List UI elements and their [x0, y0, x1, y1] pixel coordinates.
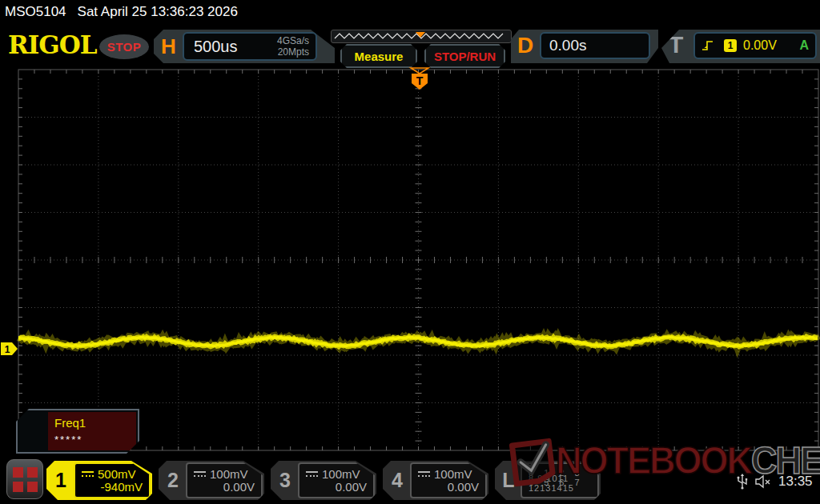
usb-icon [737, 474, 748, 490]
measurement-result-box[interactable]: Freq1 ***** [16, 409, 139, 454]
channel-1-button[interactable]: 1 500mV -940mV [46, 461, 152, 500]
channel-2-offset: 0.00V [223, 480, 255, 494]
oscilloscope-screen: MSO5104 Sat April 25 13:36:23 2026 RIGOL… [0, 0, 820, 504]
clock: 13:35 [778, 474, 813, 490]
channel-4-scale: 100mV [434, 467, 472, 481]
channel-4-button[interactable]: 4 100mV 0.00V [383, 461, 488, 500]
svg-text:T: T [416, 74, 424, 87]
channel-1-level-marker[interactable]: 1 [1, 342, 18, 355]
channel-4-offset: 0.00V [448, 480, 479, 494]
channel-status-bar: 1 500mV -940mV 2 100mV 0.00V 3 100mV 0.0… [0, 456, 820, 504]
channel-2-button[interactable]: 2 100mV 0.00V [159, 461, 264, 500]
measurement-inner: Freq1 ***** [48, 412, 136, 450]
quick-menu-button[interactable] [6, 459, 43, 499]
logic-analyzer-button[interactable]: L 0 1 2 3 4 5 6 7 8 9 1011 12131415 [495, 461, 601, 500]
channel-1-number: 1 [46, 461, 75, 500]
measurement-name: Freq1 [54, 416, 86, 430]
dc-coupling-icon [418, 471, 430, 477]
channel-3-number: 3 [271, 461, 299, 500]
system-tray: 13:35 [737, 474, 813, 490]
dc-coupling-icon [306, 471, 318, 477]
speaker-mute-icon[interactable] [754, 474, 772, 489]
channel-3-offset: 0.00V [336, 480, 367, 494]
channel-4-number: 4 [383, 461, 412, 500]
channel-2-box: 100mV 0.00V [186, 462, 263, 498]
dc-coupling-icon [82, 471, 94, 477]
trigger-position-marker[interactable]: T [411, 68, 428, 90]
channel-2-scale: 100mV [210, 467, 248, 481]
la-label: L [495, 461, 522, 500]
la-digits-8-15: 8 9 1011 12131415 [529, 474, 597, 493]
channel-4-box: 100mV 0.00V [410, 462, 487, 498]
channel-1-box: 500mV -940mV [74, 462, 151, 498]
channel-1-offset: -940mV [100, 480, 143, 494]
channel-2-number: 2 [159, 461, 187, 500]
channel-1-scale: 500mV [98, 467, 136, 481]
svg-text:1: 1 [5, 344, 10, 355]
channel-3-box: 100mV 0.00V [298, 462, 375, 498]
channel-3-button[interactable]: 3 100mV 0.00V [271, 461, 376, 500]
grid-squares-icon [13, 467, 38, 492]
channel-3-scale: 100mV [322, 467, 360, 481]
measurement-value: ***** [54, 434, 82, 446]
la-channels-box: 0 1 2 3 4 5 6 7 8 9 1011 12131415 [521, 462, 599, 498]
dc-coupling-icon [194, 471, 206, 477]
